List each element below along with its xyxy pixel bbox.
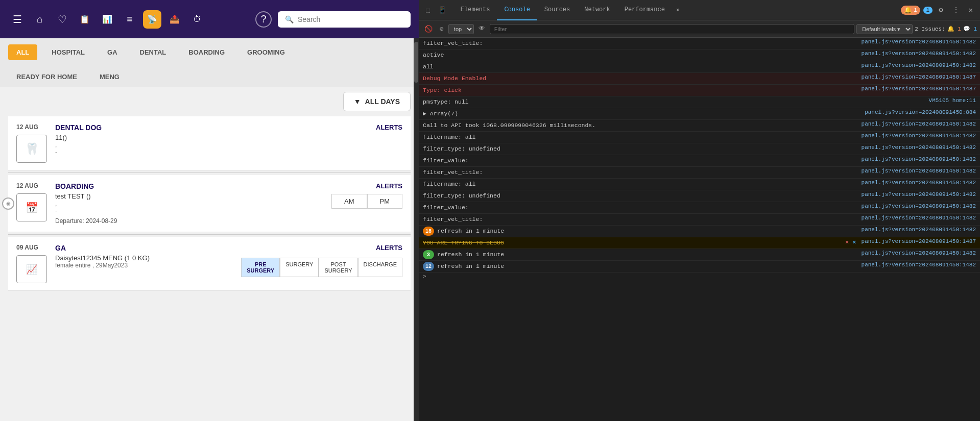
source-link[interactable]: panel.js?version=202408091450:1487 <box>856 86 976 92</box>
alerts-button[interactable]: ALERTS <box>376 123 402 131</box>
source-link[interactable]: panel.js?version=202408091450:1482 <box>856 215 976 221</box>
filter-tabs-row1: ALL HOSPITAL GA DENTAL BOARDING GROOMING <box>0 38 419 66</box>
list-item: active panel.js?version=202408091450:148… <box>419 49 980 61</box>
blue-issue-icon: 💬 1 <box>963 26 977 32</box>
list-icon[interactable]: ≡ <box>121 10 139 29</box>
filter-icon: ▼ <box>354 97 361 106</box>
table-row: 12 AUG 📅 ◉ BOARDING test TEST () , - Dep… <box>8 175 411 232</box>
source-link[interactable]: panel.js?version=202408091450:1482 <box>856 121 976 127</box>
search-container: ? 🔍 <box>255 11 411 28</box>
dental-icon: 🦷 <box>16 135 47 163</box>
filter-tab-all[interactable]: ALL <box>8 44 37 60</box>
tab-network[interactable]: Network <box>577 0 617 20</box>
clock-icon[interactable]: ⏱ <box>188 10 206 29</box>
inspect-icon[interactable]: ⬚ <box>423 4 433 16</box>
devtools-scrollbar-thumb[interactable] <box>414 42 418 83</box>
broadcast-icon[interactable]: 📡 <box>143 10 161 29</box>
am-cell[interactable]: AM <box>331 194 367 209</box>
source-link[interactable]: panel.js?version=202408091450:884 <box>859 109 976 115</box>
filter-tab-readyforhome[interactable]: READY FOR HOME <box>8 69 85 85</box>
list-item: 12 refresh in 1 minute panel.js?version=… <box>419 261 980 273</box>
discharge-stage[interactable]: DISCHARGE <box>358 258 402 277</box>
eye-icon[interactable]: 👁 <box>476 23 488 34</box>
alerts-button[interactable]: ALERTS <box>376 244 402 252</box>
source-link[interactable]: panel.js?version=202408091450:1482 <box>856 62 976 68</box>
home-icon[interactable]: ⌂ <box>31 10 49 29</box>
tab-console[interactable]: Console <box>497 0 537 20</box>
surgery-stage[interactable]: SURGERY <box>280 258 319 277</box>
clear-icon[interactable]: ⊘ <box>437 23 446 35</box>
more-options-icon[interactable]: ⋮ <box>949 4 963 16</box>
devtools-toolbar: 🚫 ⊘ top 👁 Default levels ▾ 2 Issues: 🔔 1… <box>419 20 980 38</box>
source-link[interactable]: panel.js?version=202408091450:1482 <box>856 250 976 256</box>
settings-icon[interactable]: ⚙ <box>936 4 946 16</box>
levels-selector[interactable]: Default levels ▾ <box>856 24 913 34</box>
patient-sub: , <box>55 141 302 148</box>
devtools-left-icons: ⬚ 📱 <box>419 4 453 16</box>
devtools-tabs: Elements Console Sources Network Perform… <box>453 0 897 20</box>
filter-tab-grooming[interactable]: GROOMING <box>239 44 293 60</box>
source-link[interactable]: panel.js?version=202408091450:1482 <box>856 39 976 45</box>
source-link[interactable]: panel.js?version=202408091450:1482 <box>856 191 976 197</box>
search-box: 🔍 <box>278 11 411 28</box>
issues-badge-blue: 1 <box>923 7 933 14</box>
list-item: all panel.js?version=202408091450:1482 <box>419 61 980 73</box>
alerts-button[interactable]: ALERTS <box>376 182 402 190</box>
list-item: ▶ Array(7) panel.js?version=202408091450… <box>419 108 980 120</box>
list-item: filter_value: panel.js?version=202408091… <box>419 155 980 167</box>
list-item: 18 refresh in 1 minute panel.js?version=… <box>419 226 980 237</box>
source-link[interactable]: panel.js?version=202408091450:1482 <box>856 51 976 57</box>
patient-id: Daisytest12345 MENG (1 0 KG) <box>55 254 233 262</box>
source-link[interactable]: panel.js?version=202408091450:1482 <box>856 180 976 186</box>
tab-elements[interactable]: Elements <box>453 0 497 20</box>
all-days-button[interactable]: ▼ ALL DAYS <box>343 92 411 111</box>
filter-tabs-row2: READY FOR HOME MENG <box>0 66 419 87</box>
context-selector[interactable]: top <box>448 24 474 34</box>
device-icon[interactable]: 📱 <box>435 4 449 16</box>
filter-tab-ga[interactable]: GA <box>99 44 126 60</box>
filter-tab-boarding[interactable]: BOARDING <box>180 44 233 60</box>
patient-info: DENTAL DOG 11() , - <box>55 123 302 163</box>
search-input[interactable] <box>298 15 403 23</box>
heart-icon[interactable]: ♡ <box>53 10 71 29</box>
tab-sources[interactable]: Sources <box>537 0 577 20</box>
source-link[interactable]: panel.js?version=202408091450:1487 <box>856 238 976 244</box>
filter-tab-dental[interactable]: DENTAL <box>132 44 175 60</box>
source-link[interactable]: panel.js?version=202408091450:1487 <box>856 74 976 80</box>
table-row: 09 AUG 📈 GA Daisytest12345 MENG (1 0 KG)… <box>8 237 411 291</box>
source-link[interactable]: panel.js?version=202408091450:1482 <box>856 203 976 209</box>
source-link[interactable]: panel.js?version=202408091450:1482 <box>856 144 976 151</box>
pm-cell[interactable]: PM <box>367 194 403 209</box>
source-link[interactable]: VM5105 home:11 <box>924 97 976 104</box>
upload-icon[interactable]: 📤 <box>165 10 184 29</box>
patient-sub: female entire , 29May2023 <box>55 262 233 269</box>
patient-info: BOARDING test TEST () , - Departure: 202… <box>55 182 302 225</box>
repeat-badge-3: 3 <box>423 250 434 259</box>
console-expand-arrow[interactable]: > <box>419 273 980 281</box>
document-icon[interactable]: 📋 <box>76 10 94 29</box>
source-link[interactable]: panel.js?version=202408091450:1482 <box>856 168 976 174</box>
close-devtools-icon[interactable]: ✕ <box>966 4 976 16</box>
devtools-panel: ⬚ 📱 Elements Console Sources Network Per… <box>419 0 980 421</box>
post-surgery-stage[interactable]: POSTSURGERY <box>319 258 357 277</box>
filter-tab-meng[interactable]: MENG <box>91 69 128 85</box>
source-link[interactable]: panel.js?version=202408091450:1482 <box>856 262 976 268</box>
patient-actions: ALERTS PRESURGERY SURGERY POSTSURGERY DI… <box>241 244 402 283</box>
menu-icon[interactable]: ☰ <box>8 10 27 29</box>
source-link[interactable]: panel.js?version=202408091450:1482 <box>856 133 976 139</box>
patient-name: DENTAL DOG <box>55 123 302 132</box>
stop-icon[interactable]: 🚫 <box>422 23 435 35</box>
help-icon[interactable]: ? <box>255 11 272 28</box>
source-link[interactable]: panel.js?version=202408091450:1482 <box>856 227 976 233</box>
source-link[interactable]: panel.js?version=202408091450:1482 <box>856 156 976 162</box>
console-filter-input[interactable] <box>490 24 854 34</box>
surgery-stages: PRESURGERY SURGERY POSTSURGERY DISCHARGE <box>241 258 402 277</box>
repeat-badge-18: 18 <box>423 227 434 236</box>
issues-count-orange: 1 <box>914 7 917 13</box>
patient-id: test TEST () <box>55 192 302 200</box>
activity-icon[interactable]: 📊 <box>98 10 116 29</box>
filter-tab-hospital[interactable]: HOSPITAL <box>43 44 93 60</box>
more-tabs-button[interactable]: » <box>672 7 684 14</box>
tab-performance[interactable]: Performance <box>617 0 672 20</box>
pre-surgery-stage[interactable]: PRESURGERY <box>241 258 280 277</box>
